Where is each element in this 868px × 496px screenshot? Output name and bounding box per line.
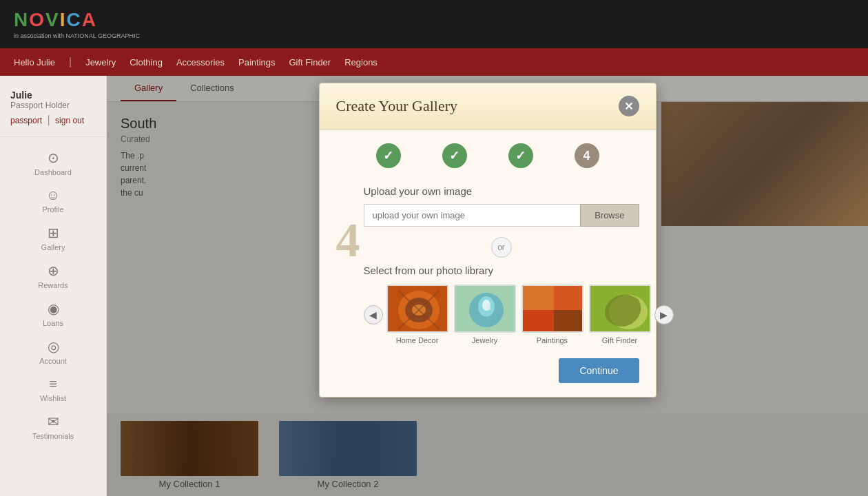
dashboard-icon: ⊙ [48,149,59,166]
main-layout: Julie Passport Holder passport | sign ou… [0,76,868,496]
modal-overlay: Create Your Gallery ✕ ✓ ✓ ✓ 4 4 Upload y… [107,76,868,496]
sidebar-label-testimonials: Testimonials [32,432,74,440]
home-decor-label: Home Decor [396,336,439,344]
loans-icon: ◉ [48,300,59,317]
sidebar-label-dashboard: Dashboard [34,168,72,176]
user-name: Julie [10,90,96,101]
photo-item-gift-finder[interactable]: Gift Finder [589,285,651,344]
photo-thumb-paintings [521,285,583,333]
photo-thumb-home-decor [386,285,448,333]
navbar: Hello Julie | Jewelry Clothing Accessori… [0,48,868,76]
sidebar-item-dashboard[interactable]: ⊙ Dashboard [0,144,106,182]
modal-close-button[interactable]: ✕ [619,96,639,116]
library-label: Select from our photo library [364,265,639,276]
modal-header: Create Your Gallery ✕ [320,83,656,130]
svg-rect-12 [523,286,554,310]
sidebar-label-gallery: Gallery [41,243,65,251]
svg-rect-15 [554,286,583,310]
step-3: ✓ [508,143,533,168]
sidebar-item-wishlist[interactable]: ≡ Wishlist [0,371,106,408]
passport-link[interactable]: passport [10,116,42,125]
step-4: 4 [575,143,599,168]
sidebar-label-loans: Loans [43,319,63,327]
user-role: Passport Holder [10,101,96,110]
modal-body: 4 Upload your own image Browse or Select… [320,178,656,344]
gallery-icon: ⊞ [48,225,59,241]
nav-clothing[interactable]: Clothing [130,57,163,68]
prev-arrow[interactable]: ◀ [364,305,383,324]
logo-sub: in association with NATIONAL GEOGRAPHIC [14,32,140,39]
sidebar-label-wishlist: Wishlist [40,394,66,402]
steps-row: ✓ ✓ ✓ 4 [320,130,656,178]
continue-row: Continue [320,358,656,383]
sidebar-item-testimonials[interactable]: ✉ Testimonials [0,408,106,446]
sidebar: Julie Passport Holder passport | sign ou… [0,76,107,496]
sidebar-item-loans[interactable]: ◉ Loans [0,295,106,333]
sidebar-item-rewards[interactable]: ⊕ Rewards [0,257,106,295]
step-1: ✓ [376,143,401,168]
svg-rect-13 [554,310,583,333]
sidebar-label-profile: Profile [42,205,63,214]
photo-thumb-jewelry [454,285,516,333]
account-icon: ◎ [48,338,59,355]
svg-point-10 [486,305,490,311]
photo-item-jewelry[interactable]: Jewelry [454,285,516,344]
testimonials-icon: ✉ [48,413,59,430]
photo-library: ◀ [364,285,639,344]
user-links: passport | sign out [10,114,96,126]
upload-label: Upload your own image [364,185,639,197]
nav-jewelry[interactable]: Jewelry [85,57,116,68]
nav-accessories[interactable]: Accessories [176,57,225,68]
jewelry-label: Jewelry [472,336,497,344]
svg-rect-14 [523,310,554,333]
photo-item-home-decor[interactable]: Home Decor [386,285,448,344]
photo-grid: Home Decor [386,285,651,344]
sidebar-item-profile[interactable]: ☺ Profile [0,182,106,219]
nav-regions[interactable]: Regions [344,57,378,68]
modal: Create Your Gallery ✕ ✓ ✓ ✓ 4 4 Upload y… [319,83,657,397]
wishlist-icon: ≡ [49,376,57,392]
gift-finder-label: Gift Finder [602,336,637,344]
upload-section: Upload your own image Browse or Select f… [364,185,639,344]
user-info: Julie Passport Holder passport | sign ou… [0,86,106,137]
or-divider: or [364,237,639,258]
sidebar-item-account[interactable]: ◎ Account [0,333,106,371]
step4-big-number: 4 [336,213,360,268]
content-area: Gallery Collections South Curated The .p… [107,76,868,496]
modal-title: Create Your Gallery [336,97,458,115]
browse-button[interactable]: Browse [580,204,639,227]
logo: NOVICA [14,9,140,31]
step-2: ✓ [442,143,467,168]
profile-icon: ☺ [46,187,60,203]
sidebar-label-account: Account [39,357,67,365]
nav-paintings[interactable]: Paintings [238,57,275,68]
paintings-label: Paintings [537,336,568,344]
sidebar-item-gallery[interactable]: ⊞ Gallery [0,219,106,257]
nav-divider: | [69,56,72,68]
continue-button[interactable]: Continue [559,358,639,383]
next-arrow[interactable]: ▶ [654,305,674,324]
upload-row: Browse [364,204,639,227]
greeting: Hello Julie [14,57,55,68]
or-circle: or [491,237,512,258]
sidebar-label-rewards: Rewards [38,281,68,289]
photo-thumb-gift-finder [589,285,651,333]
upload-input[interactable] [364,204,581,227]
signout-link[interactable]: sign out [55,116,84,125]
logo-area: NOVICA in association with NATIONAL GEOG… [14,9,140,39]
header: NOVICA in association with NATIONAL GEOG… [0,0,868,48]
nav-gift-finder[interactable]: Gift Finder [289,57,331,68]
photo-item-paintings[interactable]: Paintings [521,285,583,344]
rewards-icon: ⊕ [48,262,59,279]
